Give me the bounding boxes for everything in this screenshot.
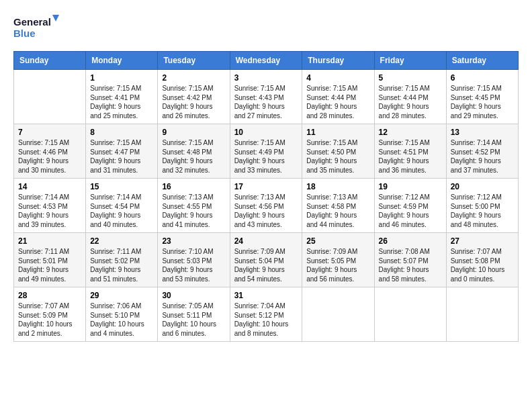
svg-marker-2: [52, 15, 59, 21]
cell-info: Sunrise: 7:14 AM Sunset: 4:52 PM Dayligh…: [451, 138, 514, 175]
calendar-week-row: 1Sunrise: 7:15 AM Sunset: 4:41 PM Daylig…: [14, 70, 519, 124]
day-number: 18: [306, 182, 369, 191]
calendar-cell: 17Sunrise: 7:13 AM Sunset: 4:56 PM Dayli…: [230, 179, 302, 233]
calendar-table: SundayMondayTuesdayWednesdayThursdayFrid…: [13, 51, 519, 342]
cell-info: Sunrise: 7:09 AM Sunset: 5:05 PM Dayligh…: [306, 247, 369, 283]
cell-info: Sunrise: 7:15 AM Sunset: 4:41 PM Dayligh…: [90, 84, 153, 120]
logo-svg: GeneralBlue: [13, 13, 67, 40]
day-number: 26: [379, 236, 442, 246]
cell-info: Sunrise: 7:15 AM Sunset: 4:46 PM Dayligh…: [18, 138, 81, 175]
day-number: 7: [18, 128, 81, 137]
calendar-cell: 20Sunrise: 7:12 AM Sunset: 5:00 PM Dayli…: [446, 179, 518, 233]
day-number: 20: [451, 182, 514, 191]
calendar-cell: 23Sunrise: 7:10 AM Sunset: 5:03 PM Dayli…: [158, 233, 230, 287]
cell-info: Sunrise: 7:15 AM Sunset: 4:45 PM Dayligh…: [451, 84, 514, 120]
day-header-friday: Friday: [374, 52, 446, 70]
calendar-cell: [446, 287, 518, 342]
calendar-cell: 5Sunrise: 7:15 AM Sunset: 4:44 PM Daylig…: [374, 70, 446, 124]
calendar-cell: 10Sunrise: 7:15 AM Sunset: 4:49 PM Dayli…: [230, 124, 302, 179]
day-number: 2: [162, 73, 225, 83]
day-number: 10: [234, 128, 298, 137]
day-number: 28: [18, 291, 81, 300]
day-header-sunday: Sunday: [14, 52, 86, 70]
day-number: 21: [18, 236, 81, 246]
calendar-cell: 26Sunrise: 7:08 AM Sunset: 5:07 PM Dayli…: [374, 233, 446, 287]
cell-info: Sunrise: 7:15 AM Sunset: 4:48 PM Dayligh…: [162, 138, 225, 175]
day-number: 4: [306, 73, 369, 83]
calendar-cell: 11Sunrise: 7:15 AM Sunset: 4:50 PM Dayli…: [302, 124, 374, 179]
day-number: 15: [90, 182, 153, 191]
cell-info: Sunrise: 7:15 AM Sunset: 4:50 PM Dayligh…: [306, 138, 369, 175]
cell-info: Sunrise: 7:04 AM Sunset: 5:12 PM Dayligh…: [234, 302, 298, 338]
day-header-thursday: Thursday: [302, 52, 374, 70]
cell-info: Sunrise: 7:13 AM Sunset: 4:58 PM Dayligh…: [306, 193, 369, 229]
calendar-cell: 18Sunrise: 7:13 AM Sunset: 4:58 PM Dayli…: [302, 179, 374, 233]
day-number: 16: [162, 182, 225, 191]
calendar-cell: 27Sunrise: 7:07 AM Sunset: 5:08 PM Dayli…: [446, 233, 518, 287]
calendar-cell: 30Sunrise: 7:05 AM Sunset: 5:11 PM Dayli…: [158, 287, 230, 342]
day-number: 29: [90, 291, 153, 300]
day-number: 6: [451, 73, 514, 83]
calendar-cell: 19Sunrise: 7:12 AM Sunset: 4:59 PM Dayli…: [374, 179, 446, 233]
svg-text:Blue: Blue: [13, 28, 36, 39]
day-number: 22: [90, 236, 153, 246]
calendar-cell: 9Sunrise: 7:15 AM Sunset: 4:48 PM Daylig…: [158, 124, 230, 179]
day-number: 24: [234, 236, 298, 246]
calendar-cell: 14Sunrise: 7:14 AM Sunset: 4:53 PM Dayli…: [14, 179, 86, 233]
calendar-cell: 22Sunrise: 7:11 AM Sunset: 5:02 PM Dayli…: [86, 233, 158, 287]
cell-info: Sunrise: 7:05 AM Sunset: 5:11 PM Dayligh…: [162, 302, 225, 338]
calendar-week-row: 28Sunrise: 7:07 AM Sunset: 5:09 PM Dayli…: [14, 287, 519, 342]
cell-info: Sunrise: 7:06 AM Sunset: 5:10 PM Dayligh…: [90, 302, 153, 338]
calendar-cell: 25Sunrise: 7:09 AM Sunset: 5:05 PM Dayli…: [302, 233, 374, 287]
calendar-week-row: 7Sunrise: 7:15 AM Sunset: 4:46 PM Daylig…: [14, 124, 519, 179]
logo: GeneralBlue: [13, 13, 67, 40]
day-number: 1: [90, 73, 153, 83]
calendar-cell: 3Sunrise: 7:15 AM Sunset: 4:43 PM Daylig…: [230, 70, 302, 124]
cell-info: Sunrise: 7:15 AM Sunset: 4:47 PM Dayligh…: [90, 138, 153, 175]
calendar-cell: 28Sunrise: 7:07 AM Sunset: 5:09 PM Dayli…: [14, 287, 86, 342]
cell-info: Sunrise: 7:13 AM Sunset: 4:55 PM Dayligh…: [162, 193, 225, 229]
calendar-cell: 2Sunrise: 7:15 AM Sunset: 4:42 PM Daylig…: [158, 70, 230, 124]
page-header: GeneralBlue: [13, 13, 519, 40]
day-number: 3: [234, 73, 298, 83]
day-header-tuesday: Tuesday: [158, 52, 230, 70]
calendar-cell: [302, 287, 374, 342]
calendar-cell: 24Sunrise: 7:09 AM Sunset: 5:04 PM Dayli…: [230, 233, 302, 287]
svg-text:General: General: [13, 16, 51, 28]
day-number: 30: [162, 291, 225, 300]
cell-info: Sunrise: 7:13 AM Sunset: 4:56 PM Dayligh…: [234, 193, 298, 229]
calendar-cell: 31Sunrise: 7:04 AM Sunset: 5:12 PM Dayli…: [230, 287, 302, 342]
cell-info: Sunrise: 7:15 AM Sunset: 4:44 PM Dayligh…: [379, 84, 442, 120]
day-number: 25: [306, 236, 369, 246]
calendar-cell: 15Sunrise: 7:14 AM Sunset: 4:54 PM Dayli…: [86, 179, 158, 233]
calendar-week-row: 21Sunrise: 7:11 AM Sunset: 5:01 PM Dayli…: [14, 233, 519, 287]
calendar-cell: [14, 70, 86, 124]
calendar-cell: 13Sunrise: 7:14 AM Sunset: 4:52 PM Dayli…: [446, 124, 518, 179]
calendar-cell: 29Sunrise: 7:06 AM Sunset: 5:10 PM Dayli…: [86, 287, 158, 342]
day-number: 19: [379, 182, 442, 191]
cell-info: Sunrise: 7:09 AM Sunset: 5:04 PM Dayligh…: [234, 247, 298, 283]
day-number: 12: [379, 128, 442, 137]
calendar-cell: [374, 287, 446, 342]
cell-info: Sunrise: 7:15 AM Sunset: 4:51 PM Dayligh…: [379, 138, 442, 175]
cell-info: Sunrise: 7:15 AM Sunset: 4:42 PM Dayligh…: [162, 84, 225, 120]
cell-info: Sunrise: 7:14 AM Sunset: 4:54 PM Dayligh…: [90, 193, 153, 229]
calendar-cell: 8Sunrise: 7:15 AM Sunset: 4:47 PM Daylig…: [86, 124, 158, 179]
calendar-header-row: SundayMondayTuesdayWednesdayThursdayFrid…: [14, 52, 519, 70]
cell-info: Sunrise: 7:10 AM Sunset: 5:03 PM Dayligh…: [162, 247, 225, 283]
day-number: 5: [379, 73, 442, 83]
day-number: 11: [306, 128, 369, 137]
day-number: 27: [451, 236, 514, 246]
day-number: 17: [234, 182, 298, 191]
cell-info: Sunrise: 7:12 AM Sunset: 5:00 PM Dayligh…: [451, 193, 514, 229]
day-number: 8: [90, 128, 153, 137]
calendar-cell: 21Sunrise: 7:11 AM Sunset: 5:01 PM Dayli…: [14, 233, 86, 287]
cell-info: Sunrise: 7:14 AM Sunset: 4:53 PM Dayligh…: [18, 193, 81, 229]
day-number: 23: [162, 236, 225, 246]
calendar-cell: 1Sunrise: 7:15 AM Sunset: 4:41 PM Daylig…: [86, 70, 158, 124]
cell-info: Sunrise: 7:07 AM Sunset: 5:08 PM Dayligh…: [451, 247, 514, 283]
day-header-wednesday: Wednesday: [230, 52, 302, 70]
cell-info: Sunrise: 7:07 AM Sunset: 5:09 PM Dayligh…: [18, 302, 81, 338]
calendar-cell: 6Sunrise: 7:15 AM Sunset: 4:45 PM Daylig…: [446, 70, 518, 124]
day-number: 31: [234, 291, 298, 300]
